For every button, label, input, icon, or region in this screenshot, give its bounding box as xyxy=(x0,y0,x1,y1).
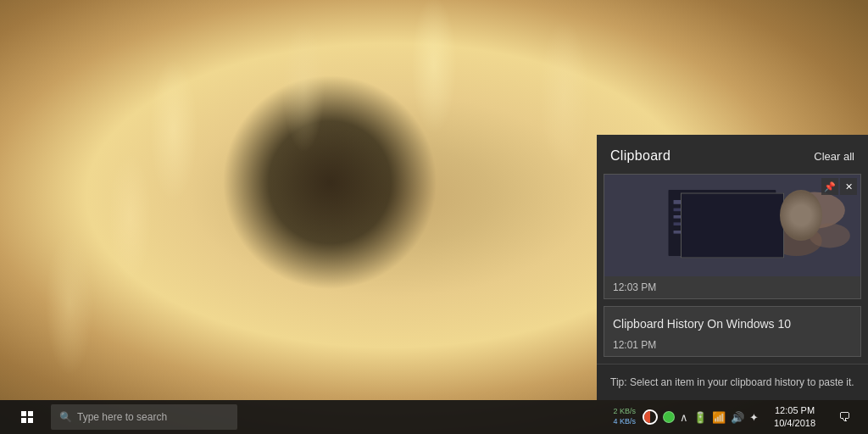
svg-rect-3 xyxy=(674,209,764,212)
svg-rect-2 xyxy=(674,200,751,204)
network-speed-indicator: 2 KB/s 4 KB/s xyxy=(614,407,637,426)
system-clock[interactable]: 12:05 PM 10/4/2018 xyxy=(767,404,822,431)
clipboard-tip: Tip: Select an item in your clipboard hi… xyxy=(597,364,868,400)
clipboard-item-image[interactable]: ✕ 📌 xyxy=(604,174,861,299)
taskbar: 🔍 Type here to search 2 KB/s 4 KB/s ∧ 🔋 … xyxy=(0,400,868,434)
cpu-usage-icon xyxy=(643,409,658,425)
item-close-button[interactable]: ✕ xyxy=(840,178,857,195)
notification-bell-icon: 🗨 xyxy=(838,410,850,424)
item-2-timestamp: 12:01 PM xyxy=(604,334,860,356)
svg-rect-5 xyxy=(674,222,756,225)
clipboard-item-text[interactable]: Clipboard History On Windows 10 12:01 PM xyxy=(604,306,861,357)
clipboard-header: Clipboard Clear all xyxy=(597,135,868,174)
svg-rect-6 xyxy=(674,231,738,234)
system-tray: ∧ 🔋 📶 🔊 ✦ 12:05 PM 10/4/2018 🗨 xyxy=(643,400,861,434)
network-icon: 📶 xyxy=(712,411,726,424)
start-button[interactable] xyxy=(7,400,47,434)
taskbar-search[interactable]: 🔍 Type here to search xyxy=(51,404,237,430)
action-center-button[interactable]: 🗨 xyxy=(827,400,861,434)
upload-speed: 2 KB/s xyxy=(614,407,637,417)
volume-icon[interactable]: 🔊 xyxy=(731,411,744,424)
search-icon: 🔍 xyxy=(59,411,72,423)
svg-point-9 xyxy=(810,224,850,248)
clock-time: 12:05 PM xyxy=(775,404,815,417)
svg-point-7 xyxy=(783,192,844,228)
svg-rect-1 xyxy=(669,190,776,256)
taskbar-left: 🔍 Type here to search xyxy=(7,400,614,434)
clipboard-panel: Clipboard Clear all ✕ 📌 xyxy=(597,135,868,400)
battery-icon: 🔋 xyxy=(693,411,707,424)
windows-logo-icon xyxy=(21,411,33,423)
item-1-timestamp: 12:03 PM xyxy=(604,276,860,298)
download-speed: 4 KB/s xyxy=(614,417,637,427)
taskbar-right: 2 KB/s 4 KB/s ∧ 🔋 📶 🔊 ✦ 12:05 PM 10/4/ xyxy=(614,400,861,434)
clear-all-button[interactable]: Clear all xyxy=(814,150,854,163)
clock-date: 10/4/2018 xyxy=(774,417,815,430)
dropbox-icon: ✦ xyxy=(749,411,759,424)
tray-expand-icon[interactable]: ∧ xyxy=(680,411,688,424)
clipboard-items-list: ✕ 📌 xyxy=(597,174,868,364)
svg-rect-4 xyxy=(674,215,746,219)
network-status-icon xyxy=(663,411,675,423)
search-placeholder: Type here to search xyxy=(77,411,167,423)
clipboard-title: Clipboard xyxy=(610,148,670,164)
item-2-text-content: Clipboard History On Windows 10 xyxy=(604,307,860,334)
item-pin-button[interactable]: 📌 xyxy=(821,178,838,195)
